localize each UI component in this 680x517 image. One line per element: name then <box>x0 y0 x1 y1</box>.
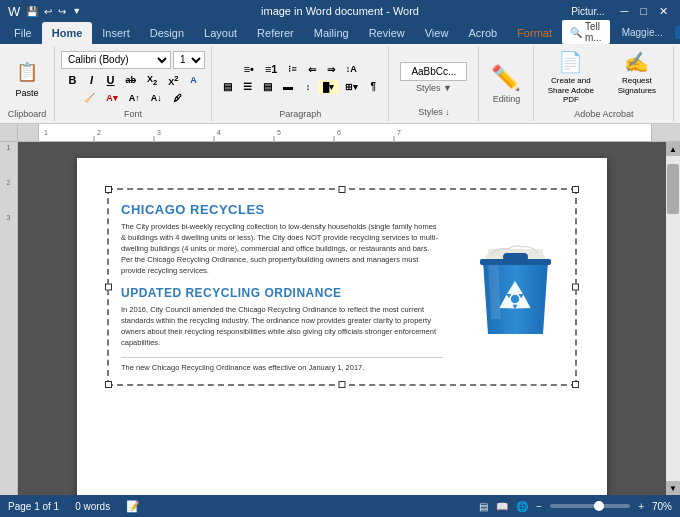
svg-text:1: 1 <box>44 129 48 136</box>
handle-top-right[interactable] <box>572 186 579 193</box>
image-selection-box[interactable]: Chicago Recycles The City provides bi-we… <box>107 188 577 386</box>
superscript-button[interactable]: X2 <box>163 72 183 89</box>
styles-gallery[interactable]: AaBbCc... <box>400 62 467 81</box>
subscript-button[interactable]: X2 <box>142 72 162 89</box>
tab-review[interactable]: Review <box>359 22 415 44</box>
tab-format[interactable]: Format <box>507 22 562 44</box>
recycling-bin-svg <box>463 229 568 344</box>
tab-acrobat[interactable]: Acrob <box>458 22 507 44</box>
bullets-button[interactable]: ≡• <box>239 61 259 77</box>
view-web-layout-button[interactable]: 🌐 <box>516 501 528 512</box>
handle-mid-right[interactable] <box>572 283 579 290</box>
handle-bottom-center[interactable] <box>339 381 346 388</box>
quick-access-undo[interactable]: ↩ <box>44 6 52 17</box>
bold-button[interactable]: B <box>64 72 82 88</box>
adobe-content: 📄 Create and Share Adobe PDF ✍️ Request … <box>541 48 667 107</box>
word-count: 0 words <box>75 501 110 512</box>
text-effect-button[interactable]: A <box>184 73 202 87</box>
view-print-layout-button[interactable]: ▤ <box>479 501 488 512</box>
quick-access-customize[interactable]: ▼ <box>72 6 81 16</box>
scroll-up-button[interactable]: ▲ <box>666 142 680 156</box>
status-right: ▤ 📖 🌐 − + 70% <box>479 501 672 512</box>
styles-group: AaBbCc... Styles ▼ Styles ↓ <box>389 46 479 121</box>
styles-label: Styles ↓ <box>418 107 450 117</box>
align-left-button[interactable]: ▤ <box>218 79 237 94</box>
vertical-scrollbar: ▲ ▼ <box>666 142 680 495</box>
handle-bottom-left[interactable] <box>105 381 112 388</box>
paragraph-group: ≡• ≡1 ⁝≡ ⇐ ⇒ ↕A ▤ ☰ ▤ ▬ ↕ █▾ ⊞▾ ¶ Paragr… <box>212 46 389 121</box>
tab-design[interactable]: Design <box>140 22 194 44</box>
handle-mid-left[interactable] <box>105 283 112 290</box>
font-family-select[interactable]: Calibri (Body) <box>61 51 171 69</box>
font-size-select[interactable]: 11 <box>173 51 205 69</box>
editing-label: Editing <box>493 94 521 104</box>
pilcrow-button[interactable]: ¶ <box>364 79 382 94</box>
search-box[interactable]: 🔍 Tell m... <box>562 20 610 44</box>
sort-button[interactable]: ↕A <box>341 62 362 76</box>
line-spacing-button[interactable]: ↕ <box>299 80 317 94</box>
borders-button[interactable]: ⊞▾ <box>340 80 363 94</box>
tab-file[interactable]: File <box>4 22 42 44</box>
zoom-out-button[interactable]: − <box>536 501 542 512</box>
zoom-slider[interactable] <box>550 504 630 508</box>
quick-access-save[interactable]: 💾 <box>26 6 38 17</box>
italic-button[interactable]: I <box>83 72 101 88</box>
font-size-increase-button[interactable]: A↑ <box>124 91 145 105</box>
create-adobe-pdf-button[interactable]: 📄 Create and Share Adobe PDF <box>541 48 601 107</box>
svg-text:5: 5 <box>277 129 281 136</box>
strikethrough-button[interactable]: ab <box>121 73 142 87</box>
user-account[interactable]: Maggie... <box>622 27 663 38</box>
status-bar: Page 1 of 1 0 words 📝 ▤ 📖 🌐 − + 70% <box>0 495 680 517</box>
clear-format-button[interactable]: 🧹 <box>79 91 100 105</box>
align-right-button[interactable]: ▤ <box>258 79 277 94</box>
font-size-decrease-button[interactable]: A↓ <box>146 91 167 105</box>
decrease-indent-button[interactable]: ⇐ <box>303 62 321 77</box>
scroll-down-button[interactable]: ▼ <box>666 481 680 495</box>
minimize-button[interactable]: ─ <box>621 5 629 17</box>
increase-indent-button[interactable]: ⇒ <box>322 62 340 77</box>
font-group: Calibri (Body) 11 B I U ab X2 X2 A 🧹 A▾ … <box>55 46 212 121</box>
proofing-icon: 📝 <box>126 500 140 513</box>
zoom-in-button[interactable]: + <box>638 501 644 512</box>
editing-button[interactable]: ✏️ Editing <box>491 50 521 117</box>
underline-button[interactable]: U <box>102 72 120 88</box>
shading-button[interactable]: █▾ <box>318 80 339 94</box>
justify-button[interactable]: ▬ <box>278 79 298 94</box>
handle-bottom-right[interactable] <box>572 381 579 388</box>
document-caption: The new Chicago Recycling Ordinance was … <box>121 357 443 372</box>
styles-expand[interactable]: Styles ▼ <box>416 83 452 93</box>
search-icon: 🔍 <box>570 27 582 38</box>
handle-top-left[interactable] <box>105 186 112 193</box>
maximize-button[interactable]: □ <box>640 5 647 17</box>
close-button[interactable]: ✕ <box>659 5 668 18</box>
font-color-button[interactable]: A▾ <box>101 91 123 105</box>
multilevel-list-button[interactable]: ⁝≡ <box>283 62 301 76</box>
handle-top-center[interactable] <box>339 186 346 193</box>
zoom-thumb <box>594 501 604 511</box>
paragraph-content: ≡• ≡1 ⁝≡ ⇐ ⇒ ↕A ▤ ☰ ▤ ▬ ↕ █▾ ⊞▾ ¶ <box>218 48 382 107</box>
window-controls: Pictur... ─ □ ✕ <box>571 5 672 18</box>
view-read-mode-button[interactable]: 📖 <box>496 501 508 512</box>
title-bar: W 💾 ↩ ↪ ▼ image in Word document - Word … <box>0 0 680 22</box>
align-center-button[interactable]: ☰ <box>238 79 257 94</box>
section-title-1: Chicago Recycles <box>121 202 443 217</box>
tab-view[interactable]: View <box>415 22 459 44</box>
document-page: Chicago Recycles The City provides bi-we… <box>77 158 607 495</box>
document-text-content: Chicago Recycles The City provides bi-we… <box>109 190 455 384</box>
section-title-2: Updated Recycling Ordinance <box>121 286 443 300</box>
tab-mailings[interactable]: Mailing <box>304 22 359 44</box>
paste-button[interactable]: 📋 Paste <box>9 56 45 100</box>
share-button[interactable]: Share <box>675 26 680 39</box>
tab-insert[interactable]: Insert <box>92 22 140 44</box>
font-format-row: B I U ab X2 X2 A <box>64 72 203 89</box>
request-signatures-button[interactable]: ✍️ Request Signatures <box>607 48 667 107</box>
scroll-thumb[interactable] <box>667 164 679 214</box>
text-highlight-button[interactable]: 🖊 <box>168 91 187 105</box>
tab-references[interactable]: Referer <box>247 22 304 44</box>
tab-home[interactable]: Home <box>42 22 93 44</box>
quick-access-redo[interactable]: ↪ <box>58 6 66 17</box>
clipboard-label: Clipboard <box>8 109 47 119</box>
tab-layout[interactable]: Layout <box>194 22 247 44</box>
horizontal-ruler: 1 2 3 4 5 6 7 <box>18 124 666 141</box>
numbering-button[interactable]: ≡1 <box>260 61 283 77</box>
